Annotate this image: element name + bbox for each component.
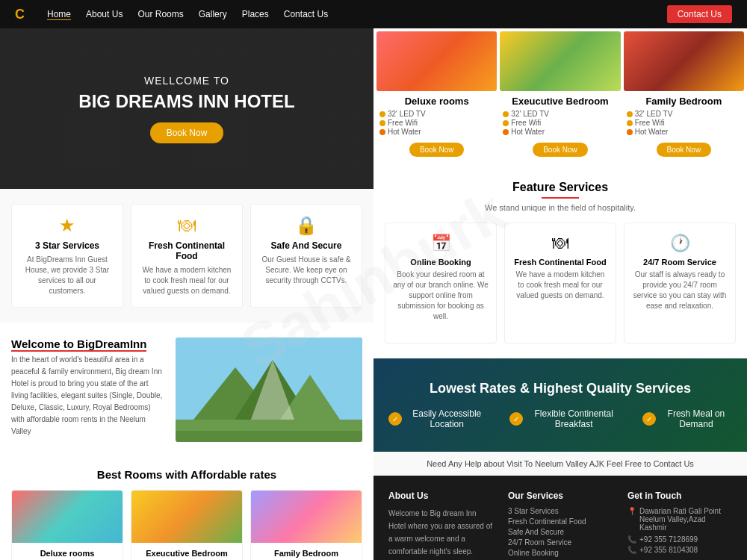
hero-subtitle: WELLCOME TO [144,75,229,87]
right-room-deluxe: Deluxe rooms 32' LED TV Free Wifi Hot Wa… [376,31,497,163]
right-deluxe-title: Deluxe rooms [376,96,497,107]
footer-about-title: About Us [388,491,493,501]
footer-phone-2-text: +92 355 8104308 [639,546,698,554]
room-cards: Deluxe rooms 32' LED TV Free Wifi Hot Wa… [11,490,362,560]
food-service-icon: 🍽 [512,234,608,253]
feature-service-cards: 📅 Online Booking Book your desired room … [385,223,736,343]
about-desc: In the heart of world's beautiful area i… [11,354,164,438]
nav-places[interactable]: Places [242,9,269,20]
svg-rect-6 [176,431,362,442]
promo-title: Lowest Rates & Highest Quality Services [388,381,732,396]
right-exec-amenities: 32' LED TV Free Wifi Hot Water [500,110,620,143]
exec-room-body: Exeucutive Bedroom 32' LED TV Free Wifi … [131,543,242,560]
right-family-book-button[interactable]: Book Now [657,143,712,157]
right-deluxe-book-button[interactable]: Book Now [409,143,465,157]
clock-icon: 🕐 [632,234,728,253]
footer-contact-col: Get in Touch 📍 Dawarian Rati Gali Point … [627,491,732,560]
nav-contact-button[interactable]: Contact Us [667,5,732,23]
right-exec-image [500,31,620,91]
right-rooms-section: Deluxe rooms 32' LED TV Free Wifi Hot Wa… [374,28,747,166]
navigation: C Home About Us Our Rooms Gallery Places… [0,0,747,28]
deluxe-room-image [12,491,123,543]
fs-card-booking: 📅 Online Booking Book your desired room … [385,223,497,343]
right-exec-book-button[interactable]: Book Now [533,143,588,157]
rf-amenity-tv: 32' LED TV [627,110,741,118]
footer-address-text: Dawarian Rati Gali Point Neelum Valley,A… [639,507,732,532]
hero-section: WELLCOME TO BIG DREAMS INN HOTEL Book No… [0,28,374,189]
hero-book-button[interactable]: Book Now [150,122,224,143]
feature-card-food: 🍽 Fresh Continental Food We have a moder… [131,204,243,308]
contact-strip-text: Need Any Help about Visit To Neelum Vall… [427,459,694,468]
about-section: Welcome to BigDreamInn In the heart of w… [0,323,374,457]
fs-food-title: Fresh Continental Food [512,258,608,267]
fs-booking-desc: Book your desired room at any of our bra… [393,270,489,322]
fs-room-service-desc: Our staff is always ready to provide you… [632,270,728,311]
booking-icon: 📅 [393,234,489,253]
footer-service-3: Safe And Secure [508,528,613,536]
promo-banner: Lowest Rates & Highest Quality Services … [374,358,747,452]
nav-gallery[interactable]: Gallery [199,9,227,20]
fs-card-food: 🍽 Fresh Continental Food We have a moder… [504,223,616,343]
feature-services-title: Feature Services [385,181,736,194]
rd-amenity-wifi: Free Wifi [379,119,494,127]
promo-feat-breakfast-label: Flexible Continental Breakfast [527,408,619,429]
room-card-deluxe: Deluxe rooms 32' LED TV Free Wifi Hot Wa… [11,490,123,560]
feature-card-star-desc: At BigDreams Inn Guest House, we provide… [19,255,115,296]
family-room-image [251,491,362,543]
left-panel: WELLCOME TO BIG DREAMS INN HOTEL Book No… [0,28,374,560]
footer-service-4: 24/7 Room Service [508,538,613,547]
rd-amenity-tv: 32' LED TV [379,110,494,118]
right-family-image [624,31,744,91]
fs-room-service-title: 24/7 Room Service [632,258,728,267]
contact-strip: Need Any Help about Visit To Neelum Vall… [374,452,747,476]
lock-icon: 🔒 [258,215,354,236]
footer-service-2: Fresh Continental Food [508,517,613,526]
star-icon: ★ [19,215,115,236]
right-exec-title: Exeucutive Bedroom [500,96,620,107]
nav-home[interactable]: Home [47,9,71,20]
feature-services-section: Feature Services We stand unique in the … [374,166,747,358]
fs-food-desc: We have a modern kitchen to cook fresh m… [512,270,608,301]
right-family-amenities: 32' LED TV Free Wifi Hot Water [624,110,744,143]
deluxe-room-title: Deluxe rooms [18,549,117,558]
nav-logo: C [15,7,25,22]
footer-phone-1: 📞 +92 355 7128699 [627,535,732,544]
promo-feat-location-label: Easily Accessible Location [406,408,487,429]
family-room-title: Family Bedroom [257,549,356,558]
main-layout: WELLCOME TO BIG DREAMS INN HOTEL Book No… [0,28,747,560]
nav-rooms[interactable]: Our Rooms [137,9,183,20]
hero-title: BIG DREAMS INN HOTEL [78,91,294,112]
promo-feat-breakfast: ✓ Flexible Continental Breakfast [509,408,619,429]
promo-feat-location: ✓ Easily Accessible Location [388,408,487,429]
feature-card-secure: 🔒 Safe And Secure Our Guest House is saf… [250,204,362,308]
footer-services-col: Our Services 3 Star Services Fresh Conti… [508,491,613,560]
re-amenity-tv: 32' LED TV [503,110,617,118]
footer-address: 📍 Dawarian Rati Gali Point Neelum Valley… [627,507,732,532]
fs-card-room-service: 🕐 24/7 Room Service Our staff is always … [624,223,736,343]
nav-contact-link[interactable]: Contact Us [284,9,328,20]
phone-icon-2: 📞 [627,546,636,554]
footer-phone-1-text: +92 355 7128699 [639,535,698,544]
re-amenity-water: Hot Water [503,128,617,136]
rd-amenity-water: Hot Water [379,128,494,136]
room-card-family: Family Bedroom 32' LED TV Free Wifi Hot … [250,490,362,560]
nav-about[interactable]: About Us [86,9,123,20]
footer: About Us Welcome to Big dream Inn Hotel … [374,476,747,560]
check-icon-1: ✓ [388,412,402,426]
family-room-body: Family Bedroom 32' LED TV Free Wifi Hot … [251,543,362,560]
rf-amenity-wifi: Free Wifi [627,119,741,127]
right-family-title: Family Bedroom [624,96,744,107]
footer-about-desc: Welcome to Big dream Inn Hotel where you… [388,507,493,560]
best-rooms-title: Best Rooms with Affordable rates [11,468,362,481]
feature-cards-section: ★ 3 Star Services At BigDreams Inn Guest… [0,189,374,323]
about-title: Welcome to BigDreamInn [11,337,164,350]
feature-card-star-title: 3 Star Services [19,240,115,251]
right-room-exec: Exeucutive Bedroom 32' LED TV Free Wifi … [500,31,620,163]
exec-room-image [131,491,242,543]
right-deluxe-amenities: 32' LED TV Free Wifi Hot Water [376,110,497,143]
promo-features: ✓ Easily Accessible Location ✓ Flexible … [388,408,732,429]
promo-feat-meal-label: Fresh Meal on Demand [660,408,732,429]
feature-card-food-title: Fresh Continental Food [139,240,235,261]
pin-icon: 📍 [627,507,636,515]
rf-amenity-water: Hot Water [627,128,741,136]
